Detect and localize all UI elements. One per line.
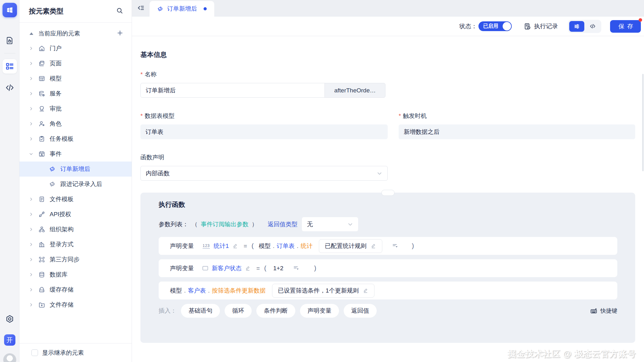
insert-declare-variable-chip[interactable]: 声明变量 <box>300 304 339 318</box>
save-button[interactable]: 保存 <box>610 20 641 33</box>
event-output-params-link[interactable]: 事件订阅输出参数 <box>201 220 248 228</box>
code-mode-button[interactable] <box>585 21 600 32</box>
sidebar-item-file-template[interactable]: 文件模板 <box>19 192 132 207</box>
vertical-scrollbar[interactable] <box>642 74 644 171</box>
show-inherited-checkbox[interactable] <box>31 349 38 356</box>
variable-name[interactable]: 新客户状态 <box>212 264 242 272</box>
chevron-right-icon <box>29 288 33 292</box>
sidebar-item-role[interactable]: 角色 <box>19 116 132 131</box>
statement-declare-status[interactable]: 声明变量 新客户状态 = ( 1+2 ) <box>159 259 617 277</box>
sidebar-item-event[interactable]: 事件 <box>19 146 132 162</box>
third-party-sync-icon <box>38 256 45 263</box>
name-input[interactable]: 订单新增后 <box>140 83 325 98</box>
settings-icon[interactable] <box>3 312 17 326</box>
visual-mode-button[interactable] <box>569 21 584 32</box>
enabled-toggle[interactable]: 已启用 <box>478 21 512 31</box>
model-icon <box>38 75 45 82</box>
edit-pencil-icon[interactable] <box>232 243 238 249</box>
return-type-select[interactable]: 无 <box>302 217 358 231</box>
sidebar-item-portal[interactable]: 门户 <box>19 41 132 56</box>
equals-sign: = <box>244 243 247 250</box>
code-icon <box>589 23 596 30</box>
sidebar-item-label: 订单新增后 <box>60 165 90 173</box>
filter-rule-config-button[interactable]: 已设置筛选条件，1个更新规则 <box>272 284 375 298</box>
more-params-icon[interactable] <box>392 243 399 250</box>
sidebar-item-org-structure[interactable]: 组织架构 <box>19 222 132 237</box>
tab-order-created[interactable]: 订单新增后 <box>150 1 214 17</box>
code-nav-icon[interactable] <box>3 80 17 95</box>
func-decl-select[interactable]: 内部函数 <box>140 166 388 181</box>
search-icon[interactable] <box>116 7 123 16</box>
database-icon <box>38 271 45 278</box>
sidebar-item-label: 缓存存储 <box>50 286 74 294</box>
edit-pencil-icon[interactable] <box>245 265 251 271</box>
element-tree: 当前应用的元素 门户 页面 模型 服务 <box>19 23 132 343</box>
file-template-icon <box>38 196 45 203</box>
chevron-right-icon <box>29 197 33 201</box>
sidebar-item-login-method[interactable]: 登录方式 <box>19 237 132 252</box>
megaphone-icon <box>157 6 164 12</box>
app-logo[interactable] <box>3 3 17 17</box>
edit-pencil-icon <box>370 243 376 249</box>
chevron-right-icon <box>29 61 33 66</box>
sidebar-item-label: 跟进记录录入后 <box>60 180 102 188</box>
chevron-right-icon <box>29 272 33 277</box>
chevron-right-icon <box>29 303 33 307</box>
view-mode-segmented <box>568 20 601 33</box>
sidebar-item-model[interactable]: 模型 <box>19 71 132 86</box>
notification-dot <box>639 18 642 22</box>
chevron-down-icon <box>29 152 33 156</box>
megaphone-icon <box>49 166 56 173</box>
sidebar-item-database[interactable]: 数据库 <box>19 267 132 282</box>
sidebar-item-api-auth[interactable]: API授权 <box>19 207 132 222</box>
function-call-path[interactable]: 模型.客户表.按筛选条件更新数据 <box>170 287 266 295</box>
statement-declare-stat[interactable]: 声明变量 123 统计1 = ( 模型.订单表.统计 已配置统计规则 ) <box>159 237 617 255</box>
function-call-path[interactable]: 模型.订单表.统计 <box>259 242 313 250</box>
portal-icon <box>38 45 45 52</box>
variable-name[interactable]: 统计1 <box>214 242 229 250</box>
generic-type-icon <box>203 266 208 270</box>
sidebar-item-file-storage[interactable]: 文件存储 <box>19 297 132 312</box>
insert-loop-chip[interactable]: 循环 <box>225 304 252 318</box>
sidebar: 按元素类型 当前应用的元素 门户 页面 <box>19 0 132 362</box>
dev-mode-badge[interactable]: 开 <box>4 334 15 346</box>
exec-function-panel: 执行函数 参数列表： （ 事件订阅输出参数 ） 返回值类型 无 声明变量 123 <box>140 193 635 343</box>
sidebar-item-order-created-event[interactable]: 订单新增后 <box>19 162 132 177</box>
unsaved-dot <box>204 7 207 10</box>
statement-update-by-filter[interactable]: 模型.客户表.按筛选条件更新数据 已设置筛选条件，1个更新规则 <box>159 282 617 299</box>
tree-group-current-app[interactable]: 当前应用的元素 <box>19 26 132 41</box>
collapse-sidebar-icon[interactable] <box>132 0 150 17</box>
execution-log-button[interactable]: 执行记录 <box>524 22 558 30</box>
name-code-addon: afterTheOrde… <box>325 83 385 98</box>
sidebar-item-followup-created-event[interactable]: 跟进记录录入后 <box>19 177 132 192</box>
declare-keyword: 声明变量 <box>170 242 194 250</box>
sidebar-item-approval[interactable]: 审批 <box>19 101 132 116</box>
sidebar-item-pages[interactable]: 页面 <box>19 56 132 71</box>
expression-value[interactable]: 1+2 <box>273 265 283 272</box>
chevron-right-icon <box>29 76 33 81</box>
user-avatar[interactable] <box>3 353 16 362</box>
sidebar-item-third-party-sync[interactable]: 第三方同步 <box>19 252 132 267</box>
insert-condition-chip[interactable]: 条件判断 <box>256 304 295 318</box>
sidebar-item-label: 组织架构 <box>50 225 74 233</box>
add-element-icon[interactable] <box>117 30 123 38</box>
return-type-value: 无 <box>307 220 313 228</box>
sidebar-item-service[interactable]: 服务 <box>19 86 132 101</box>
sidebar-title: 按元素类型 <box>29 7 63 16</box>
equals-sign: = <box>256 265 260 272</box>
insert-basic-statement-chip[interactable]: 基础语句 <box>181 304 220 318</box>
sidebar-item-cache-storage[interactable]: 缓存存储 <box>19 282 132 297</box>
stat-rule-config-button[interactable]: 已配置统计规则 <box>319 239 382 253</box>
sidebar-item-task-template[interactable]: 任务模板 <box>19 131 132 146</box>
name-field-label: 名称 <box>140 70 635 79</box>
more-params-icon[interactable] <box>293 265 300 272</box>
open-paren: ( <box>252 242 254 250</box>
element-list-nav-icon[interactable] <box>3 59 17 74</box>
app-store-icon[interactable] <box>3 33 17 47</box>
status-label: 状态： <box>459 22 477 30</box>
insert-return-value-chip[interactable]: 返回值 <box>344 304 377 318</box>
insert-label: 插入： <box>159 307 177 315</box>
func-decl-label: 函数声明 <box>140 153 635 162</box>
shortcut-keys-button[interactable]: 快捷键 <box>590 307 617 315</box>
panel-resize-handle[interactable] <box>381 190 395 196</box>
